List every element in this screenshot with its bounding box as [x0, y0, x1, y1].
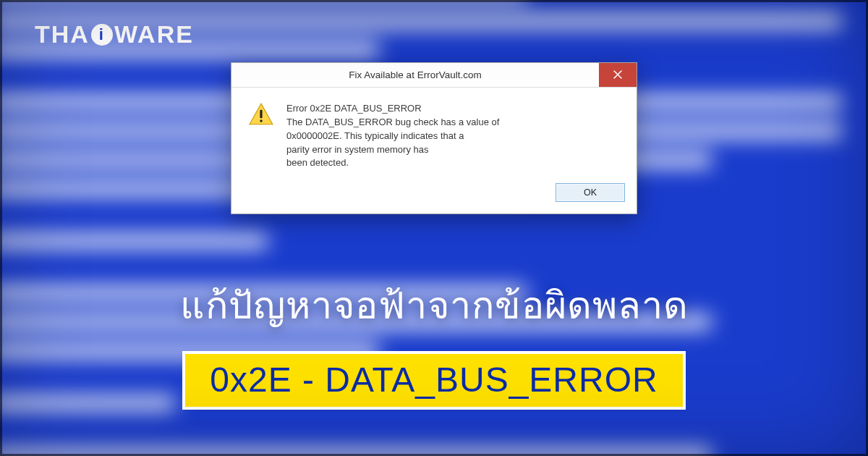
svg-rect-1	[260, 110, 262, 119]
svg-rect-2	[260, 119, 262, 122]
logo-text-part2: WARE	[114, 20, 194, 48]
error-code-text: 0x2E - DATA_BUS_ERROR	[210, 360, 658, 400]
error-dialog: Fix Available at ErrorVault.com Error 0x…	[231, 62, 637, 214]
error-code-badge: 0x2E - DATA_BUS_ERROR	[182, 351, 685, 410]
logo-dot-icon: i	[91, 24, 113, 46]
dialog-titlebar: Fix Available at ErrorVault.com	[231, 63, 637, 88]
dialog-body: Error 0x2E DATA_BUS_ERROR The DATA_BUS_E…	[231, 88, 637, 174]
thaiware-logo: THA i WARE	[35, 20, 194, 48]
dialog-message: Error 0x2E DATA_BUS_ERROR The DATA_BUS_E…	[286, 102, 499, 170]
page-root: THA i WARE Fix Available at ErrorVault.c…	[0, 0, 868, 456]
headline-block: แก้ปัญหาจอฟ้าจากข้อผิดพลาด 0x2E - DATA_B…	[0, 275, 868, 410]
logo-text-part1: THA	[35, 20, 90, 48]
ok-button[interactable]: OK	[556, 183, 625, 202]
dialog-button-row: OK	[231, 174, 637, 214]
close-button[interactable]	[599, 63, 637, 87]
dialog-title: Fix Available at ErrorVault.com	[231, 63, 599, 87]
close-icon	[613, 69, 622, 81]
headline-text: แก้ปัญหาจอฟ้าจากข้อผิดพลาด	[180, 275, 689, 335]
warning-icon	[249, 102, 273, 170]
